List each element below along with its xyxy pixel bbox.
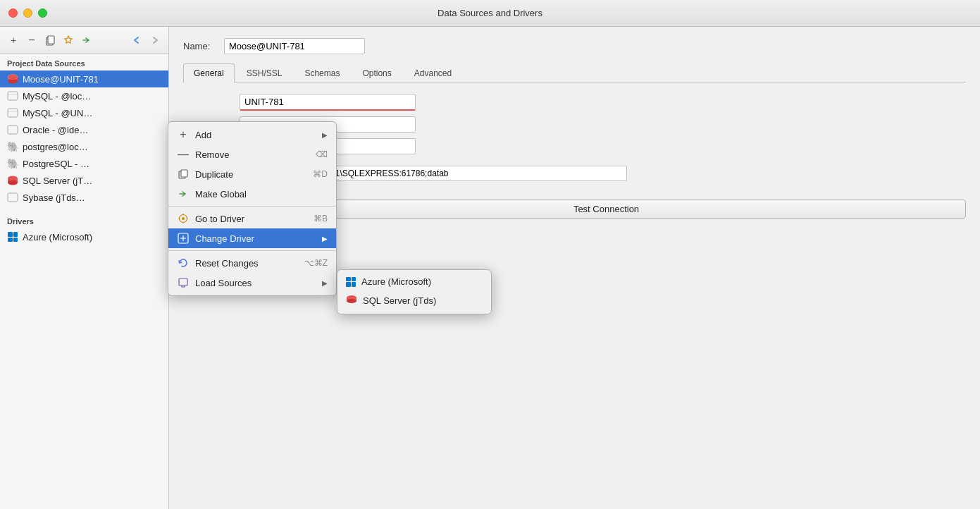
menu-item-duplicate-label: Duplicate bbox=[195, 169, 307, 180]
tree-item-label: SQL Server (jT… bbox=[23, 176, 92, 186]
main-container: + − bbox=[0, 27, 980, 509]
menu-item-add-label: Add bbox=[195, 130, 316, 140]
menu-item-remove[interactable]: — Remove ⌫ bbox=[168, 145, 336, 164]
tab-options[interactable]: Options bbox=[352, 63, 402, 82]
tree-item-label: PostgreSQL - … bbox=[23, 159, 89, 169]
minimize-button[interactable] bbox=[23, 8, 32, 18]
sqlserver-icon bbox=[7, 73, 18, 85]
svg-point-18 bbox=[182, 217, 185, 220]
test-connection-button[interactable]: Test Connection bbox=[247, 200, 966, 219]
menu-item-change-driver-label: Change Driver bbox=[195, 233, 316, 244]
go-to-driver-shortcut: ⌘B bbox=[314, 214, 328, 223]
menu-item-go-to-driver-label: Go to Driver bbox=[195, 214, 308, 224]
tree-item-label: MySQL - @UN… bbox=[23, 108, 92, 118]
tree-item-postgresql[interactable]: 🐘 PostgreSQL - … bbox=[0, 155, 168, 172]
menu-item-add[interactable]: + Add ▶ bbox=[168, 125, 336, 145]
go-to-driver-icon bbox=[177, 212, 190, 225]
tree-item-postgres1[interactable]: 🐘 postgres@loc… bbox=[0, 138, 168, 155]
reset-changes-shortcut: ⌥⌘Z bbox=[304, 258, 328, 268]
drivers-header: Drivers bbox=[0, 211, 168, 228]
tree-item-azure-driver[interactable]: Azure (Microsoft) bbox=[0, 228, 168, 245]
name-label: Name: bbox=[183, 41, 218, 51]
submenu-item-azure[interactable]: Azure (Microsoft) bbox=[337, 273, 491, 290]
drivers-section: Drivers Azure (Microsoft) bbox=[0, 211, 168, 245]
menu-separator-2 bbox=[168, 250, 336, 251]
postgres-icon2: 🐘 bbox=[7, 158, 18, 169]
back-icon bbox=[131, 35, 142, 46]
menu-item-load-sources[interactable]: Load Sources ▶ bbox=[168, 273, 336, 293]
tab-schemas[interactable]: Schemas bbox=[294, 63, 350, 82]
remove-icon: — bbox=[177, 148, 190, 161]
svg-point-30 bbox=[347, 299, 356, 303]
add-button[interactable]: + bbox=[6, 32, 21, 48]
tab-general[interactable]: General bbox=[183, 63, 235, 82]
configure-icon bbox=[63, 35, 74, 46]
tree-item-moose[interactable]: Moose@UNIT-781 bbox=[0, 70, 168, 87]
remove-shortcut: ⌫ bbox=[316, 149, 328, 159]
forward-button[interactable] bbox=[147, 32, 163, 48]
override-text: Overrides settings above bbox=[247, 184, 966, 192]
add-icon: + bbox=[177, 128, 190, 141]
svg-rect-1 bbox=[48, 36, 54, 44]
menu-item-make-global[interactable]: Make Global bbox=[168, 184, 336, 204]
tab-sshssl[interactable]: SSH/SSL bbox=[236, 63, 293, 82]
tree-item-sybase[interactable]: Sybase (jTds… bbox=[0, 189, 168, 206]
tree-item-sqlserver[interactable]: SQL Server (jT… bbox=[0, 172, 168, 189]
nav-buttons bbox=[129, 32, 163, 48]
menu-item-load-sources-label: Load Sources bbox=[195, 278, 316, 288]
menu-item-remove-label: Remove bbox=[195, 149, 310, 160]
sqlserver-icon2 bbox=[7, 175, 18, 186]
tree-item-oracle[interactable]: Oracle - @ide… bbox=[0, 121, 168, 138]
tab-advanced[interactable]: Advanced bbox=[404, 63, 462, 82]
svg-rect-26 bbox=[179, 278, 187, 286]
postgres-icon1: 🐘 bbox=[7, 141, 18, 152]
duplicate-icon bbox=[44, 35, 56, 46]
submenu-item-sqlserver-jtds[interactable]: SQL Server (jTds) bbox=[337, 290, 491, 311]
submenu: Azure (Microsoft) SQL Server (jTds) bbox=[337, 269, 492, 314]
menu-item-change-driver[interactable]: Change Driver ▶ bbox=[168, 228, 336, 248]
right-panel: Name: General SSH/SSL Schemas Options Ad… bbox=[169, 27, 980, 509]
tree-item-label: MySQL - @loc… bbox=[23, 91, 91, 102]
duplicate-button[interactable] bbox=[42, 32, 58, 48]
back-button[interactable] bbox=[129, 32, 144, 48]
name-row: Name: bbox=[183, 38, 966, 54]
makeglobal-button[interactable] bbox=[79, 32, 94, 48]
traffic-lights bbox=[8, 8, 47, 18]
mysql-icon2 bbox=[7, 107, 18, 118]
tree-item-label: postgres@loc… bbox=[23, 142, 88, 152]
make-global-icon bbox=[177, 188, 190, 200]
host-input[interactable] bbox=[240, 94, 416, 111]
svg-rect-6 bbox=[8, 92, 18, 100]
menu-item-duplicate[interactable]: Duplicate ⌘D bbox=[168, 164, 336, 184]
toolbar: + − bbox=[0, 27, 168, 54]
context-menu-overlay: + Add ▶ — Remove ⌫ bbox=[168, 121, 337, 296]
menu-item-make-global-label: Make Global bbox=[195, 189, 328, 200]
configure-button[interactable] bbox=[61, 32, 76, 48]
menu-item-reset-changes-label: Reset Changes bbox=[195, 258, 299, 269]
duplicate-shortcut: ⌘D bbox=[313, 169, 328, 179]
tree-item-mysql1[interactable]: MySQL - @loc… bbox=[0, 87, 168, 104]
menu-item-reset-changes[interactable]: Reset Changes ⌥⌘Z bbox=[168, 253, 336, 273]
sqlserver-jtds-submenu-icon bbox=[346, 294, 357, 307]
close-button[interactable] bbox=[8, 8, 18, 18]
svg-rect-8 bbox=[8, 109, 18, 117]
submenu-item-azure-label: Azure (Microsoft) bbox=[361, 276, 431, 287]
azure-submenu-icon bbox=[346, 277, 356, 287]
azure-driver-icon bbox=[7, 231, 18, 243]
svg-rect-16 bbox=[181, 170, 187, 177]
menu-item-go-to-driver[interactable]: Go to Driver ⌘B bbox=[168, 209, 336, 228]
name-input[interactable] bbox=[224, 38, 365, 54]
reset-changes-icon bbox=[177, 257, 190, 269]
submenu-list: Azure (Microsoft) SQL Server (jTds) bbox=[337, 269, 492, 314]
svg-rect-14 bbox=[8, 193, 18, 202]
remove-button[interactable]: − bbox=[24, 32, 39, 48]
left-panel: + − bbox=[0, 27, 169, 509]
window-title: Data Sources and Drivers bbox=[438, 8, 542, 18]
tree-item-label: Sybase (jTds… bbox=[23, 192, 85, 203]
maximize-button[interactable] bbox=[38, 8, 47, 18]
left-panel-content: Project Data Sources Moose@UNIT-781 bbox=[0, 54, 168, 509]
tree-item-mysql2[interactable]: MySQL - @UN… bbox=[0, 104, 168, 121]
context-menu: + Add ▶ — Remove ⌫ bbox=[168, 121, 337, 296]
change-driver-icon bbox=[177, 232, 190, 245]
project-sources-header: Project Data Sources bbox=[0, 54, 168, 70]
